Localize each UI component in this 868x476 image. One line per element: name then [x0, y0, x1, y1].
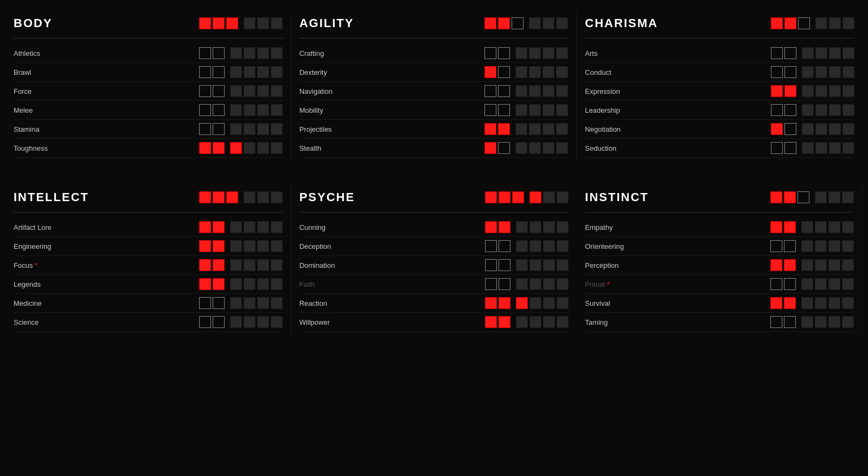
skill-pip[interactable] [499, 259, 510, 271]
skill-pip[interactable] [484, 123, 496, 135]
skill-pip[interactable] [271, 66, 283, 78]
header-pip[interactable] [815, 17, 827, 29]
skill-pip[interactable] [244, 85, 256, 97]
skill-pip[interactable] [529, 240, 541, 252]
skill-pip[interactable] [529, 104, 541, 116]
skill-pip[interactable] [499, 297, 510, 309]
skill-pip[interactable] [485, 278, 497, 290]
header-pip[interactable] [829, 17, 841, 29]
skill-pip[interactable] [257, 104, 269, 116]
skill-pip[interactable] [199, 104, 211, 116]
header-pip[interactable] [556, 17, 568, 29]
skill-pip[interactable] [244, 316, 256, 328]
skill-pip[interactable] [829, 85, 841, 97]
header-pip[interactable] [784, 191, 796, 203]
skill-pip[interactable] [199, 47, 211, 59]
skill-pip[interactable] [199, 316, 211, 328]
skill-pip[interactable] [815, 123, 827, 135]
skill-pip[interactable] [230, 66, 242, 78]
skill-pip[interactable] [556, 123, 568, 135]
skill-pip[interactable] [529, 123, 541, 135]
skill-pip[interactable] [784, 259, 796, 271]
skill-pip[interactable] [213, 316, 225, 328]
skill-pip[interactable] [815, 240, 827, 252]
skill-pip[interactable] [230, 278, 242, 290]
skill-pip[interactable] [516, 278, 528, 290]
skill-pip[interactable] [843, 47, 854, 59]
skill-pip[interactable] [271, 259, 283, 271]
skill-pip[interactable] [557, 278, 569, 290]
skill-pip[interactable] [213, 297, 225, 309]
skill-pip[interactable] [244, 123, 256, 135]
skill-pip[interactable] [271, 278, 283, 290]
header-pip[interactable] [484, 17, 496, 29]
skill-pip[interactable] [801, 259, 813, 271]
skill-pip[interactable] [230, 297, 242, 309]
header-pip[interactable] [798, 17, 810, 29]
skill-pip[interactable] [499, 240, 510, 252]
skill-pip[interactable] [770, 278, 782, 290]
skill-pip[interactable] [485, 259, 497, 271]
skill-pip[interactable] [557, 240, 569, 252]
skill-pip[interactable] [802, 85, 814, 97]
skill-pip[interactable] [257, 142, 269, 154]
skill-pip[interactable] [784, 85, 796, 97]
skill-pip[interactable] [213, 278, 225, 290]
skill-pip[interactable] [485, 221, 497, 233]
skill-pip[interactable] [784, 47, 796, 59]
skill-pip[interactable] [230, 316, 242, 328]
skill-pip[interactable] [784, 66, 796, 78]
skill-pip[interactable] [542, 85, 554, 97]
skill-pip[interactable] [199, 85, 211, 97]
skill-pip[interactable] [199, 259, 211, 271]
header-pip[interactable] [512, 191, 524, 203]
skill-pip[interactable] [771, 47, 783, 59]
skill-pip[interactable] [529, 297, 541, 309]
skill-pip[interactable] [271, 104, 283, 116]
skill-pip[interactable] [770, 316, 782, 328]
skill-pip[interactable] [498, 104, 510, 116]
skill-pip[interactable] [499, 221, 510, 233]
skill-pip[interactable] [557, 316, 569, 328]
skill-pip[interactable] [498, 123, 510, 135]
skill-pip[interactable] [784, 316, 796, 328]
skill-pip[interactable] [516, 316, 528, 328]
header-pip[interactable] [529, 191, 541, 203]
skill-pip[interactable] [815, 104, 827, 116]
header-pip[interactable] [213, 17, 225, 29]
skill-pip[interactable] [230, 142, 242, 154]
skill-pip[interactable] [542, 47, 554, 59]
header-pip[interactable] [542, 17, 554, 29]
skill-pip[interactable] [498, 85, 510, 97]
skill-pip[interactable] [556, 47, 568, 59]
skill-pip[interactable] [843, 142, 854, 154]
skill-pip[interactable] [199, 297, 211, 309]
skill-pip[interactable] [257, 85, 269, 97]
skill-pip[interactable] [498, 142, 510, 154]
skill-pip[interactable] [257, 297, 269, 309]
skill-pip[interactable] [485, 316, 497, 328]
skill-pip[interactable] [499, 316, 510, 328]
skill-pip[interactable] [801, 240, 813, 252]
skill-pip[interactable] [557, 259, 569, 271]
skill-pip[interactable] [815, 278, 827, 290]
header-pip[interactable] [199, 17, 211, 29]
skill-pip[interactable] [543, 316, 555, 328]
skill-pip[interactable] [529, 221, 541, 233]
skill-pip[interactable] [556, 66, 568, 78]
skill-pip[interactable] [244, 104, 256, 116]
header-pip[interactable] [271, 17, 283, 29]
skill-pip[interactable] [815, 259, 827, 271]
skill-pip[interactable] [271, 240, 283, 252]
header-pip[interactable] [771, 17, 783, 29]
skill-pip[interactable] [843, 104, 854, 116]
skill-pip[interactable] [801, 278, 813, 290]
skill-pip[interactable] [829, 66, 841, 78]
skill-pip[interactable] [828, 221, 840, 233]
skill-pip[interactable] [257, 221, 269, 233]
skill-pip[interactable] [543, 259, 555, 271]
skill-pip[interactable] [257, 66, 269, 78]
skill-pip[interactable] [828, 316, 840, 328]
skill-pip[interactable] [771, 66, 783, 78]
skill-pip[interactable] [770, 259, 782, 271]
